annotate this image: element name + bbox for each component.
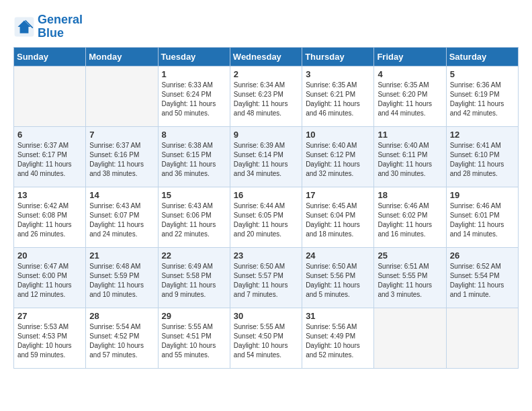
day-number: 6 <box>17 130 82 140</box>
calendar-cell: 11Sunrise: 6:40 AMSunset: 6:11 PMDayligh… <box>374 126 446 187</box>
logo: General Blue <box>13 13 83 40</box>
day-number: 14 <box>89 190 154 200</box>
calendar-cell: 12Sunrise: 6:41 AMSunset: 6:10 PMDayligh… <box>446 126 518 187</box>
day-detail: Sunrise: 6:51 AMSunset: 5:55 PMDaylight:… <box>378 262 442 300</box>
day-detail: Sunrise: 5:56 AMSunset: 4:49 PMDaylight:… <box>306 322 370 360</box>
day-number: 2 <box>234 69 298 79</box>
day-number: 17 <box>306 190 370 200</box>
day-detail: Sunrise: 6:49 AMSunset: 5:58 PMDaylight:… <box>162 262 226 300</box>
calendar-cell: 28Sunrise: 5:54 AMSunset: 4:52 PMDayligh… <box>86 308 158 368</box>
page-header: General Blue <box>13 13 519 40</box>
day-number: 16 <box>234 190 298 200</box>
day-detail: Sunrise: 6:33 AMSunset: 6:24 PMDaylight:… <box>162 81 226 118</box>
day-number: 12 <box>450 130 515 140</box>
day-detail: Sunrise: 6:47 AMSunset: 6:00 PMDaylight:… <box>17 262 82 300</box>
day-number: 29 <box>162 311 226 321</box>
calendar-cell: 30Sunrise: 5:55 AMSunset: 4:50 PMDayligh… <box>230 308 302 368</box>
day-detail: Sunrise: 6:44 AMSunset: 6:05 PMDaylight:… <box>234 201 298 239</box>
day-number: 3 <box>306 69 370 79</box>
day-detail: Sunrise: 6:46 AMSunset: 6:02 PMDaylight:… <box>378 201 442 239</box>
day-detail: Sunrise: 6:37 AMSunset: 6:17 PMDaylight:… <box>17 141 82 179</box>
day-number: 31 <box>306 311 370 321</box>
day-detail: Sunrise: 6:37 AMSunset: 6:16 PMDaylight:… <box>89 141 154 179</box>
logo-text: General Blue <box>38 13 83 40</box>
day-number: 25 <box>378 250 442 261</box>
calendar-cell: 31Sunrise: 5:56 AMSunset: 4:49 PMDayligh… <box>302 308 374 368</box>
day-detail: Sunrise: 6:40 AMSunset: 6:12 PMDaylight:… <box>306 141 370 179</box>
calendar-cell: 19Sunrise: 6:46 AMSunset: 6:01 PMDayligh… <box>446 187 518 247</box>
calendar-cell: 14Sunrise: 6:43 AMSunset: 6:07 PMDayligh… <box>86 187 158 247</box>
day-number: 9 <box>234 130 298 140</box>
calendar-cell: 6Sunrise: 6:37 AMSunset: 6:17 PMDaylight… <box>14 126 86 187</box>
calendar-cell: 27Sunrise: 5:53 AMSunset: 4:53 PMDayligh… <box>14 308 86 368</box>
day-number: 13 <box>17 190 82 200</box>
calendar-cell: 18Sunrise: 6:46 AMSunset: 6:02 PMDayligh… <box>374 187 446 247</box>
day-number: 26 <box>450 250 515 261</box>
calendar-cell: 10Sunrise: 6:40 AMSunset: 6:12 PMDayligh… <box>302 126 374 187</box>
day-number: 1 <box>162 69 226 79</box>
calendar-cell: 21Sunrise: 6:48 AMSunset: 5:59 PMDayligh… <box>86 247 158 308</box>
day-detail: Sunrise: 6:35 AMSunset: 6:21 PMDaylight:… <box>306 81 370 118</box>
day-number: 20 <box>17 250 82 261</box>
logo-general: General <box>38 13 83 26</box>
week-row-3: 13Sunrise: 6:42 AMSunset: 6:08 PMDayligh… <box>14 187 519 247</box>
logo-blue: Blue <box>38 26 64 40</box>
calendar-cell: 1Sunrise: 6:33 AMSunset: 6:24 PMDaylight… <box>158 66 230 126</box>
day-detail: Sunrise: 6:36 AMSunset: 6:19 PMDaylight:… <box>450 81 515 118</box>
day-header-saturday: Saturday <box>446 47 518 66</box>
day-number: 5 <box>450 69 515 79</box>
day-detail: Sunrise: 6:50 AMSunset: 5:56 PMDaylight:… <box>306 262 370 300</box>
day-detail: Sunrise: 6:43 AMSunset: 6:06 PMDaylight:… <box>162 201 226 239</box>
day-number: 4 <box>378 69 442 79</box>
day-number: 22 <box>162 250 226 261</box>
calendar-cell: 25Sunrise: 6:51 AMSunset: 5:55 PMDayligh… <box>374 247 446 308</box>
day-detail: Sunrise: 6:35 AMSunset: 6:20 PMDaylight:… <box>378 81 442 118</box>
day-header-monday: Monday <box>86 47 158 66</box>
day-number: 11 <box>378 130 442 140</box>
day-detail: Sunrise: 6:52 AMSunset: 5:54 PMDaylight:… <box>450 262 515 300</box>
day-number: 10 <box>306 130 370 140</box>
calendar-cell: 8Sunrise: 6:38 AMSunset: 6:15 PMDaylight… <box>158 126 230 187</box>
day-detail: Sunrise: 6:40 AMSunset: 6:11 PMDaylight:… <box>378 141 442 179</box>
calendar-cell <box>374 308 446 368</box>
day-detail: Sunrise: 6:42 AMSunset: 6:08 PMDaylight:… <box>17 201 82 239</box>
day-detail: Sunrise: 6:45 AMSunset: 6:04 PMDaylight:… <box>306 201 370 239</box>
calendar-cell <box>86 66 158 126</box>
calendar-cell: 20Sunrise: 6:47 AMSunset: 6:00 PMDayligh… <box>14 247 86 308</box>
calendar-cell: 5Sunrise: 6:36 AMSunset: 6:19 PMDaylight… <box>446 66 518 126</box>
calendar-cell: 16Sunrise: 6:44 AMSunset: 6:05 PMDayligh… <box>230 187 302 247</box>
calendar-cell: 13Sunrise: 6:42 AMSunset: 6:08 PMDayligh… <box>14 187 86 247</box>
calendar-cell: 3Sunrise: 6:35 AMSunset: 6:21 PMDaylight… <box>302 66 374 126</box>
day-number: 18 <box>378 190 442 200</box>
calendar-cell: 26Sunrise: 6:52 AMSunset: 5:54 PMDayligh… <box>446 247 518 308</box>
day-detail: Sunrise: 5:55 AMSunset: 4:51 PMDaylight:… <box>162 322 226 360</box>
calendar-cell: 4Sunrise: 6:35 AMSunset: 6:20 PMDaylight… <box>374 66 446 126</box>
day-number: 28 <box>89 311 154 321</box>
calendar-cell <box>446 308 518 368</box>
week-row-2: 6Sunrise: 6:37 AMSunset: 6:17 PMDaylight… <box>14 126 519 187</box>
day-number: 23 <box>234 250 298 261</box>
calendar-cell: 24Sunrise: 6:50 AMSunset: 5:56 PMDayligh… <box>302 247 374 308</box>
day-header-tuesday: Tuesday <box>158 47 230 66</box>
calendar-cell: 17Sunrise: 6:45 AMSunset: 6:04 PMDayligh… <box>302 187 374 247</box>
day-header-sunday: Sunday <box>14 47 86 66</box>
day-detail: Sunrise: 6:46 AMSunset: 6:01 PMDaylight:… <box>450 201 515 239</box>
day-detail: Sunrise: 6:38 AMSunset: 6:15 PMDaylight:… <box>162 141 226 179</box>
day-detail: Sunrise: 5:53 AMSunset: 4:53 PMDaylight:… <box>17 322 82 360</box>
calendar-cell <box>14 66 86 126</box>
calendar-cell: 22Sunrise: 6:49 AMSunset: 5:58 PMDayligh… <box>158 247 230 308</box>
day-number: 30 <box>234 311 298 321</box>
calendar-cell: 9Sunrise: 6:39 AMSunset: 6:14 PMDaylight… <box>230 126 302 187</box>
week-row-1: 1Sunrise: 6:33 AMSunset: 6:24 PMDaylight… <box>14 66 519 126</box>
calendar-cell: 7Sunrise: 6:37 AMSunset: 6:16 PMDaylight… <box>86 126 158 187</box>
day-detail: Sunrise: 5:54 AMSunset: 4:52 PMDaylight:… <box>89 322 154 360</box>
day-detail: Sunrise: 6:34 AMSunset: 6:23 PMDaylight:… <box>234 81 298 118</box>
day-number: 24 <box>306 250 370 261</box>
calendar-cell: 23Sunrise: 6:50 AMSunset: 5:57 PMDayligh… <box>230 247 302 308</box>
calendar-cell: 15Sunrise: 6:43 AMSunset: 6:06 PMDayligh… <box>158 187 230 247</box>
calendar-cell: 2Sunrise: 6:34 AMSunset: 6:23 PMDaylight… <box>230 66 302 126</box>
day-number: 19 <box>450 190 515 200</box>
calendar-table: SundayMondayTuesdayWednesdayThursdayFrid… <box>13 47 519 369</box>
day-number: 21 <box>89 250 154 261</box>
day-header-thursday: Thursday <box>302 47 374 66</box>
